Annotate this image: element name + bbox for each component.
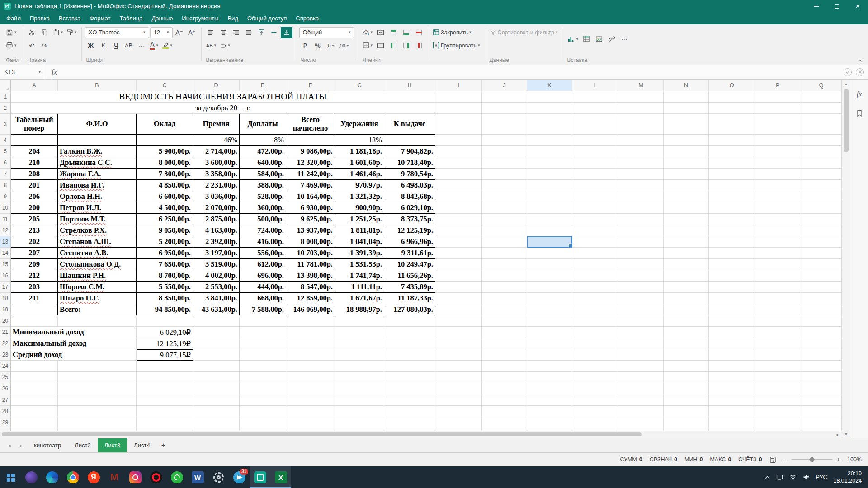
cell-M22[interactable] [618, 338, 664, 349]
cell-B12[interactable]: Стрелков Р.Х. [58, 225, 137, 236]
cell-G7[interactable]: 1 461,46р. [335, 169, 384, 180]
cell-G28[interactable] [335, 406, 384, 417]
cell-A8[interactable]: 201 [11, 180, 58, 191]
cell-K23[interactable] [527, 349, 572, 361]
cell-C23[interactable]: 9 077,15₽ [137, 349, 193, 361]
cell-E29[interactable] [240, 417, 286, 428]
row-header-6[interactable]: 6 [0, 157, 11, 169]
cell-B3[interactable]: Ф.И.О [58, 114, 137, 135]
cell-P29[interactable] [755, 417, 801, 428]
cell-D23[interactable] [193, 349, 240, 361]
cell-G21[interactable] [335, 327, 384, 338]
cell-H19[interactable]: 127 080,03р. [384, 304, 435, 315]
cell-Q6[interactable] [801, 157, 842, 169]
taskbar-instagram-icon[interactable] [125, 466, 146, 488]
cell-Q2[interactable] [801, 103, 842, 114]
cell-P17[interactable] [755, 282, 801, 293]
menu-item-Инструменты[interactable]: Инструменты [177, 13, 223, 23]
cell-M11[interactable] [618, 214, 664, 225]
cell-A5[interactable]: 204 [11, 146, 58, 157]
cell-I10[interactable] [435, 202, 482, 214]
cell-P18[interactable] [755, 293, 801, 304]
row-header-27[interactable]: 27 [0, 394, 11, 406]
column-header-O[interactable]: O [709, 80, 755, 91]
cell-I2[interactable] [435, 103, 482, 114]
cell-N5[interactable] [664, 146, 709, 157]
cell-I15[interactable] [435, 259, 482, 270]
cell-J11[interactable] [482, 214, 527, 225]
cell-K12[interactable] [527, 225, 572, 236]
cell-O16[interactable] [709, 270, 755, 282]
align-center-button[interactable] [217, 27, 229, 38]
cell-K4[interactable] [527, 135, 572, 146]
more-font-options-button[interactable]: ⋯ [136, 40, 147, 52]
cell-B4[interactable] [58, 135, 137, 146]
cell-E13[interactable]: 416,00р. [240, 236, 286, 248]
cell-O7[interactable] [709, 169, 755, 180]
insert-link-button[interactable] [606, 33, 618, 45]
cell-G22[interactable] [335, 338, 384, 349]
cell-L27[interactable] [572, 394, 618, 406]
cell-E9[interactable]: 528,00р. [240, 191, 286, 202]
cell-M10[interactable] [618, 202, 664, 214]
cell-P22[interactable] [755, 338, 801, 349]
cell-P15[interactable] [755, 259, 801, 270]
cell-Q9[interactable] [801, 191, 842, 202]
cell-M23[interactable] [618, 349, 664, 361]
cell-K18[interactable] [527, 293, 572, 304]
cell-P2[interactable] [755, 103, 801, 114]
cell-J13[interactable] [482, 236, 527, 248]
cell-L14[interactable] [572, 248, 618, 259]
group-button[interactable]: Группировать ▾ [431, 40, 481, 52]
cell-K26[interactable] [527, 383, 572, 394]
menu-item-Правка[interactable]: Правка [25, 13, 54, 23]
cell-I27[interactable] [435, 394, 482, 406]
cell-J12[interactable] [482, 225, 527, 236]
cell-G4[interactable]: 13% [335, 135, 384, 146]
cell-A25[interactable] [11, 372, 58, 383]
cell-I16[interactable] [435, 270, 482, 282]
cell-B26[interactable] [58, 383, 137, 394]
row-header-25[interactable]: 25 [0, 372, 11, 383]
cell-O25[interactable] [709, 372, 755, 383]
cell-J6[interactable] [482, 157, 527, 169]
column-header-B[interactable]: B [58, 80, 137, 91]
cell-I29[interactable] [435, 417, 482, 428]
cell-J1[interactable] [482, 91, 527, 103]
cell-P19[interactable] [755, 304, 801, 315]
cell-N12[interactable] [664, 225, 709, 236]
taskbar-telegram-icon[interactable]: 31 [229, 466, 250, 488]
cell-J7[interactable] [482, 169, 527, 180]
cell-Q15[interactable] [801, 259, 842, 270]
menu-item-Справка[interactable]: Справка [291, 13, 323, 23]
cell-B19[interactable]: Всего: [58, 304, 137, 315]
cell-H27[interactable] [384, 394, 435, 406]
cell-F14[interactable]: 10 703,00р. [286, 248, 335, 259]
cell-K28[interactable] [527, 406, 572, 417]
cell-E3[interactable]: Доплаты [240, 114, 286, 135]
cell-E4[interactable]: 8% [240, 135, 286, 146]
cell-H9[interactable]: 8 842,68р. [384, 191, 435, 202]
cell-L13[interactable] [572, 236, 618, 248]
cell-N16[interactable] [664, 270, 709, 282]
cell-C10[interactable]: 4 500,00р. [137, 202, 193, 214]
collapse-toolbar-button[interactable] [857, 59, 863, 63]
cell-A18[interactable]: 211 [11, 293, 58, 304]
cell-N2[interactable] [664, 103, 709, 114]
add-sheet-button[interactable]: + [157, 441, 170, 450]
vertical-scroll-thumb[interactable] [844, 89, 849, 152]
cell-J9[interactable] [482, 191, 527, 202]
cell-J24[interactable] [482, 361, 527, 372]
cell-P13[interactable] [755, 236, 801, 248]
cell-K20[interactable] [527, 315, 572, 327]
cell-D18[interactable]: 3 841,00р. [193, 293, 240, 304]
cell-C27[interactable] [137, 394, 193, 406]
cell-Q10[interactable] [801, 202, 842, 214]
column-header-I[interactable]: I [435, 80, 482, 91]
cell-J29[interactable] [482, 417, 527, 428]
cell-I24[interactable] [435, 361, 482, 372]
cell-E23[interactable] [240, 349, 286, 361]
cell-P5[interactable] [755, 146, 801, 157]
increase-decimals-button[interactable]: ,00 ▸ [337, 40, 350, 52]
cell-F11[interactable]: 9 625,00р. [286, 214, 335, 225]
